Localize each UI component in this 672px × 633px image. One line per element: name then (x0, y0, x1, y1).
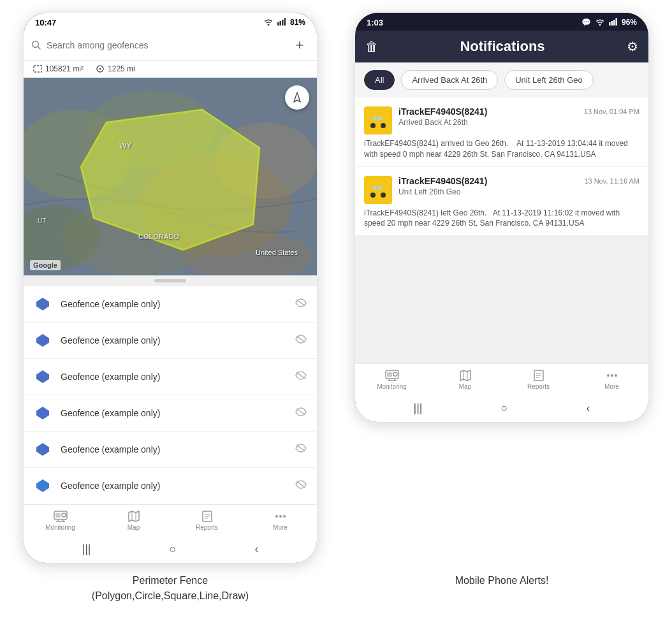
nav-more[interactable]: More (244, 509, 317, 532)
right-nav-monitoring[interactable]: Monitoring (355, 368, 428, 391)
svg-rect-46 (613, 20, 615, 25)
right-sys-menu[interactable]: ||| (414, 402, 423, 415)
geofence-icon-4 (34, 404, 52, 422)
left-sys-menu[interactable]: ||| (82, 542, 91, 556)
search-icon (31, 40, 41, 50)
svg-rect-45 (611, 21, 613, 25)
list-item[interactable]: Geofence (example only) (24, 468, 317, 504)
nav-map[interactable]: Map (97, 509, 170, 532)
chat-icon: 💬 (581, 18, 591, 27)
right-caption-text: Mobile Phone Alerts! (455, 575, 549, 586)
svg-point-42 (279, 515, 282, 518)
notif-info-2: iTrackEF4940S(8241) 13 Nov, 11:16 AM Uni… (398, 176, 639, 199)
svg-marker-17 (36, 298, 49, 310)
svg-rect-30 (55, 513, 61, 518)
svg-point-7 (99, 68, 101, 70)
captions-row: Perimeter Fence(Polygon,Circle,Square,Li… (24, 573, 648, 604)
geofence-name-2: Geofence (example only) (61, 335, 286, 346)
area-icon (33, 64, 43, 73)
notif-time-1: 13 Nov, 01:04 PM (584, 108, 639, 115)
right-sys-home[interactable]: ○ (501, 402, 508, 415)
search-input[interactable] (47, 40, 285, 50)
svg-point-57 (381, 193, 386, 198)
svg-point-62 (393, 372, 397, 376)
right-map-icon (459, 369, 472, 382)
filter-tab-left[interactable]: Unit Left 26th Geo (504, 70, 594, 90)
list-item[interactable]: Geofence (example only) (24, 286, 317, 323)
eye-icon-1[interactable] (295, 298, 307, 310)
left-sys-back[interactable]: ‹ (254, 542, 258, 556)
search-bar: + (24, 31, 317, 61)
scroll-indicator (154, 279, 186, 282)
right-nav-reports-label: Reports (527, 383, 550, 390)
svg-point-74 (615, 374, 617, 377)
svg-rect-47 (615, 18, 617, 25)
nav-reports[interactable]: Reports (170, 509, 244, 532)
geofence-icon-6 (34, 477, 52, 495)
geofence-icon-1 (34, 295, 52, 313)
svg-marker-23 (36, 407, 49, 419)
right-phone: 1:03 💬 96% 🗑 Notifications ⚙ Al (355, 13, 648, 422)
wy-label: WY (119, 142, 131, 150)
svg-marker-19 (36, 334, 49, 347)
notifications-title: Notifications (387, 38, 618, 55)
nav-more-label: More (273, 524, 288, 531)
notification-card-2[interactable]: iTrackEF4940S(8241) 13 Nov, 11:16 AM Uni… (355, 167, 648, 236)
left-sys-home[interactable]: ○ (170, 542, 177, 556)
list-item[interactable]: Geofence (example only) (24, 432, 317, 468)
right-nav-more[interactable]: More (575, 368, 648, 391)
geofence-icon-5 (34, 440, 52, 458)
filter-tab-arrived[interactable]: Arrived Back At 26th (401, 70, 498, 90)
notif-title-row-1: iTrackEF4940S(8241) 13 Nov, 01:04 PM (398, 106, 639, 117)
eye-icon-2[interactable] (295, 335, 307, 346)
geofence-icon-2 (34, 331, 52, 349)
notification-card-1[interactable]: iTrackEF4940S(8241) 13 Nov, 01:04 PM Arr… (355, 98, 648, 167)
notif-device-2: iTrackEF4940S(8241) (398, 176, 487, 186)
svg-rect-3 (284, 18, 286, 25)
svg-marker-27 (36, 479, 49, 492)
left-battery: 81% (290, 18, 305, 27)
right-nav-map[interactable]: Map (428, 368, 502, 391)
map-nav-button[interactable] (285, 85, 309, 110)
notif-device-1: iTrackEF4940S(8241) (398, 106, 487, 117)
right-nav-reports[interactable]: Reports (502, 368, 575, 391)
right-signal-icon (609, 18, 618, 27)
list-item[interactable]: Geofence (example only) (24, 323, 317, 359)
svg-rect-53 (378, 117, 382, 120)
geofence-name-5: Geofence (example only) (61, 444, 286, 455)
settings-icon[interactable]: ⚙ (627, 39, 638, 54)
notif-empty-area (355, 236, 648, 363)
stats-bar: 105821 mi² 1225 mi (24, 61, 317, 78)
notif-subtitle-1: Arrived Back At 26th (398, 118, 639, 127)
svg-rect-61 (387, 372, 392, 377)
svg-line-5 (38, 47, 41, 50)
svg-point-50 (370, 123, 376, 128)
notif-body-2: iTrackEF4940S(8241) left Geo 26th. At 11… (364, 208, 639, 229)
eye-icon-6[interactable] (295, 480, 307, 491)
filter-tab-all[interactable]: All (364, 70, 395, 90)
left-caption: Perimeter Fence(Polygon,Circle,Square,Li… (24, 573, 317, 604)
left-time: 10:47 (35, 18, 56, 27)
right-time: 1:03 (367, 18, 383, 27)
add-geofence-button[interactable]: + (290, 36, 309, 55)
list-item[interactable]: Geofence (example only) (24, 395, 317, 432)
right-sys-back[interactable]: ‹ (586, 402, 590, 415)
svg-point-56 (370, 193, 376, 198)
svg-point-43 (283, 515, 286, 518)
right-nav-monitoring-label: Monitoring (377, 383, 407, 390)
left-status-bar: 10:47 81% (24, 13, 317, 31)
notif-time-2: 13 Nov, 11:16 AM (584, 177, 639, 185)
left-wifi-icon (263, 18, 274, 27)
list-item[interactable]: Geofence (example only) (24, 359, 317, 395)
area-stat: 105821 mi² (33, 64, 84, 73)
eye-icon-3[interactable] (295, 371, 307, 382)
eye-icon-5[interactable] (295, 444, 307, 455)
geofence-name-3: Geofence (example only) (61, 372, 286, 382)
reports-icon (201, 510, 214, 523)
geofence-name-6: Geofence (example only) (61, 481, 286, 491)
car-avatar-1 (364, 106, 392, 135)
svg-point-51 (381, 123, 386, 128)
nav-monitoring[interactable]: Monitoring (24, 509, 97, 532)
eye-icon-4[interactable] (295, 407, 307, 419)
delete-icon[interactable]: 🗑 (365, 40, 378, 54)
